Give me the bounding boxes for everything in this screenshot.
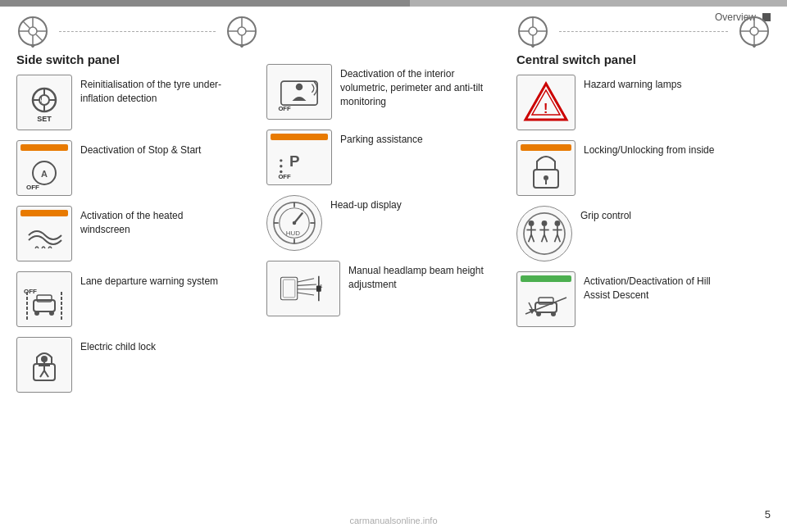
svg-line-96 <box>544 234 547 242</box>
list-item: HUD Head-up display <box>266 195 500 251</box>
svg-point-106 <box>551 311 556 316</box>
stop-start-icon: A OFF <box>20 147 68 194</box>
grip-label: Grip control <box>580 206 631 223</box>
child-lock-label: Electric child lock <box>80 337 156 354</box>
svg-line-91 <box>531 234 534 242</box>
side-switch-panel: Side switch panel SET ! Reinitialisation… <box>16 15 258 507</box>
svg-point-87 <box>529 221 535 226</box>
headlamp-icon: 1 <box>280 265 327 312</box>
heated-windscreen-icon <box>20 212 68 260</box>
orange-indicator <box>271 134 328 140</box>
svg-marker-8 <box>30 44 36 48</box>
svg-marker-108 <box>529 309 535 314</box>
stop-start-icon-box: A OFF <box>16 140 72 196</box>
svg-line-62 <box>298 293 314 295</box>
svg-text:1: 1 <box>320 284 322 289</box>
headlamp-icon-box: 1 <box>266 261 340 316</box>
child-lock-icon <box>20 341 68 389</box>
volumetric-label: Deactivation of the interior volumetric,… <box>340 64 488 108</box>
central-switch-panel: Central switch panel ! Hazard warning la… <box>500 15 771 507</box>
svg-point-97 <box>555 221 561 226</box>
child-lock-icon-box <box>16 337 72 393</box>
parking-label: Parking assistance <box>340 130 423 147</box>
list-item: OFF Lane departure warning system <box>16 271 258 327</box>
hill-assist-icon-box <box>516 271 575 327</box>
svg-line-101 <box>557 234 560 242</box>
svg-line-100 <box>555 234 557 242</box>
dash-line <box>559 31 728 32</box>
svg-point-45 <box>280 165 282 167</box>
tyre-set-icon: SET ! <box>20 79 68 126</box>
hud-icon-box: HUD <box>266 195 322 251</box>
list-item: 1 Manual headlamp beam height adjustment <box>266 261 500 316</box>
orange-indicator <box>20 144 68 151</box>
parking-icon-box: P OFF <box>266 130 332 185</box>
mid-panel: OFF Deactivation of the interior volumet… <box>258 15 500 507</box>
heated-windscreen-icon-box <box>16 206 72 261</box>
svg-point-41 <box>296 84 303 91</box>
grip-icon-box <box>516 206 572 261</box>
list-item: Grip control <box>516 206 771 261</box>
svg-point-44 <box>280 159 282 161</box>
svg-point-31 <box>49 311 54 316</box>
list-item: SET ! Reinitialisation of the tyre under… <box>16 75 258 130</box>
svg-text:!: ! <box>544 102 548 116</box>
svg-point-105 <box>536 311 541 316</box>
list-item: P OFF Parking assistance <box>266 130 500 185</box>
svg-line-60 <box>298 284 316 285</box>
hud-label: Head-up display <box>330 195 402 212</box>
dash-line <box>59 31 216 32</box>
svg-text:SET: SET <box>37 115 52 123</box>
list-item: Electric child lock <box>16 337 258 393</box>
svg-line-6 <box>23 21 30 28</box>
hazard-icon: ! <box>522 79 570 126</box>
lane-departure-icon: OFF <box>20 275 68 323</box>
svg-line-59 <box>298 279 314 282</box>
svg-point-92 <box>542 221 548 226</box>
list-item: Activation of the heated windscreen <box>16 206 258 261</box>
steering-wheel-icon-left <box>16 15 49 48</box>
lock-icon <box>522 147 570 194</box>
list-item: A OFF Deactivation of Stop & Start <box>16 140 258 196</box>
top-bar <box>0 0 787 7</box>
svg-point-10 <box>238 27 246 35</box>
svg-line-95 <box>542 234 544 242</box>
stop-start-label: Deactivation of Stop & Start <box>80 140 201 157</box>
svg-text:OFF: OFF <box>278 173 291 180</box>
steering-wheel-icon-right <box>225 15 258 48</box>
svg-point-1 <box>29 27 37 35</box>
svg-line-54 <box>294 212 303 223</box>
svg-rect-58 <box>283 280 295 298</box>
green-indicator <box>521 275 571 282</box>
svg-line-107 <box>529 302 532 309</box>
svg-point-67 <box>529 27 537 35</box>
watermark: carmanualsonline.info <box>349 516 437 525</box>
svg-point-55 <box>293 221 297 225</box>
orange-indicator <box>20 210 68 216</box>
list-item: OFF Deactivation of the interior volumet… <box>266 64 500 120</box>
svg-line-7 <box>36 34 43 41</box>
hill-assist-label: Activation/Deactivation of Hill Assist D… <box>584 271 731 302</box>
heated-windscreen-label: Activation of the heated windscreen <box>80 206 228 237</box>
svg-marker-72 <box>530 44 536 48</box>
hazard-icon-box: ! <box>516 75 575 130</box>
svg-text:OFF: OFF <box>24 288 37 295</box>
central-steering-left-icon <box>516 15 549 48</box>
svg-line-38 <box>40 371 44 377</box>
svg-text:!: ! <box>40 94 43 104</box>
svg-marker-15 <box>239 44 245 48</box>
volumetric-icon: OFF <box>275 68 323 116</box>
svg-text:OFF: OFF <box>26 184 39 191</box>
svg-point-35 <box>41 356 48 362</box>
svg-line-90 <box>529 234 531 242</box>
side-panel-header <box>16 15 258 48</box>
svg-line-39 <box>44 371 48 377</box>
list-item: Activation/Deactivation of Hill Assist D… <box>516 271 771 327</box>
svg-text:A: A <box>41 169 48 179</box>
page-number: 5 <box>765 508 771 521</box>
svg-point-30 <box>34 311 39 316</box>
headlamp-label: Manual headlamp beam height adjustment <box>348 261 496 292</box>
parking-icon: P OFF <box>275 136 323 184</box>
lane-departure-label: Lane departure warning system <box>80 271 218 289</box>
hazard-label: Hazard warning lamps <box>584 75 681 92</box>
